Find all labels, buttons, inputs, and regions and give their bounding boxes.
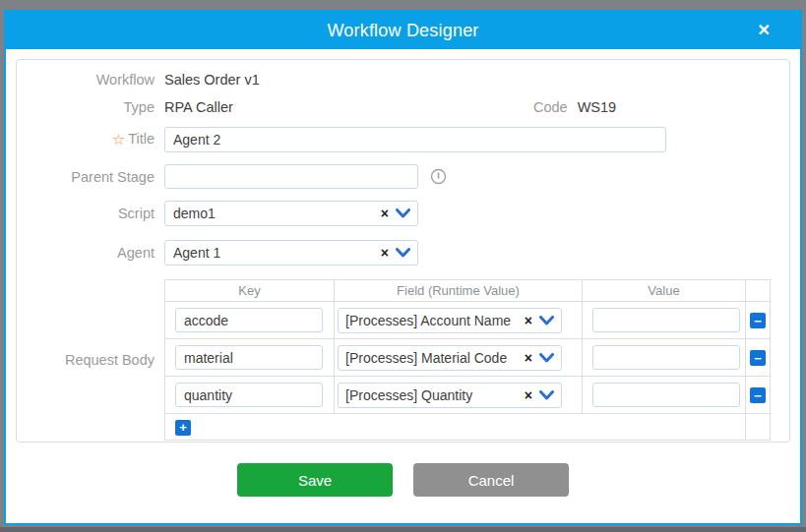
table-footer-row: + [165,414,771,441]
dialog-title: Workflow Designer [327,21,478,41]
remove-row-button[interactable]: − [750,387,766,403]
value-input[interactable] [592,308,740,332]
clear-icon[interactable]: × [521,388,536,402]
chevron-down-icon[interactable] [536,353,561,363]
column-header-key: Key [165,280,335,302]
key-input[interactable] [175,345,323,370]
field-select[interactable]: [Processes] Account Name × [338,308,562,333]
script-label: Script [17,206,164,221]
agent-selected-value: Agent 1 [165,245,377,261]
code-value: WS19 [578,99,617,115]
key-input[interactable] [175,308,323,332]
window-bottom-edge [0,527,806,532]
value-input[interactable] [592,383,740,407]
workflow-value: Sales Order v1 [164,72,260,88]
clear-icon[interactable]: × [521,351,536,365]
chevron-down-icon[interactable] [536,390,561,400]
form-panel: Workflow Sales Order v1 Type RPA Caller … [16,59,790,443]
field-selected-value: [Processes] Quantity [339,387,521,403]
table-row: [Processes] Account Name × − [165,302,771,339]
code-group: Code WS19 [533,97,616,117]
script-select[interactable]: demo1 × [164,201,418,226]
title-input[interactable] [164,127,666,152]
table-row: [Processes] Quantity × − [165,377,771,414]
clear-icon[interactable]: × [377,246,393,260]
field-select[interactable]: [Processes] Quantity × [338,383,562,408]
code-label: Code [533,99,568,115]
dialog-header: Workflow Designer ✕ [6,12,800,49]
key-input[interactable] [175,383,323,407]
info-icon[interactable] [430,168,447,185]
agent-row: Agent Agent 1 × [17,240,789,266]
chevron-down-icon[interactable] [536,316,561,325]
table-row: [Processes] Material Code × − [165,339,771,377]
field-selected-value: [Processes] Material Code [339,350,521,366]
script-row: Script demo1 × [17,201,789,226]
request-body-table: Key Field (Runtime Value) Value [Process… [164,279,771,441]
save-button[interactable]: Save [237,463,393,497]
dialog-actions: Save Cancel [6,463,800,497]
clear-icon[interactable]: × [521,314,536,327]
workflow-label: Workflow [17,72,164,88]
workflow-designer-dialog: Workflow Designer ✕ Workflow Sales Order… [4,10,802,525]
value-input[interactable] [592,345,740,370]
column-header-actions [746,280,771,302]
cancel-button[interactable]: Cancel [413,463,569,497]
footer-actions-cell [746,414,771,441]
chevron-down-icon[interactable] [393,248,417,258]
parent-stage-label: Parent Stage [17,169,164,185]
parent-stage-row: Parent Stage [17,164,789,189]
request-body-row: Request Body Key Field (Runtime Value) V… [17,279,789,441]
request-body-label: Request Body [17,352,164,368]
type-row: Type RPA Caller Code WS19 [17,97,789,117]
column-header-value: Value [583,280,746,302]
required-star-icon: ☆ [112,131,125,148]
agent-select[interactable]: Agent 1 × [164,240,418,266]
script-selected-value: demo1 [165,206,377,221]
title-label-text: Title [128,131,155,147]
chevron-down-icon[interactable] [393,208,417,218]
field-select[interactable]: [Processes] Material Code × [338,345,562,371]
type-value: RPA Caller [164,99,233,115]
remove-row-button[interactable]: − [750,313,766,328]
remove-row-button[interactable]: − [750,350,766,366]
table-header-row: Key Field (Runtime Value) Value [165,280,771,302]
field-selected-value: [Processes] Account Name [339,313,521,328]
workflow-row: Workflow Sales Order v1 [17,70,789,89]
add-row-button[interactable]: + [175,420,191,436]
column-header-field: Field (Runtime Value) [335,280,583,302]
agent-label: Agent [17,245,164,261]
type-label: Type [17,99,164,115]
close-icon[interactable]: ✕ [758,23,771,38]
title-row: ☆Title [17,127,789,152]
title-label: ☆Title [17,131,164,148]
clear-icon[interactable]: × [377,207,393,220]
parent-stage-input[interactable] [164,164,418,189]
